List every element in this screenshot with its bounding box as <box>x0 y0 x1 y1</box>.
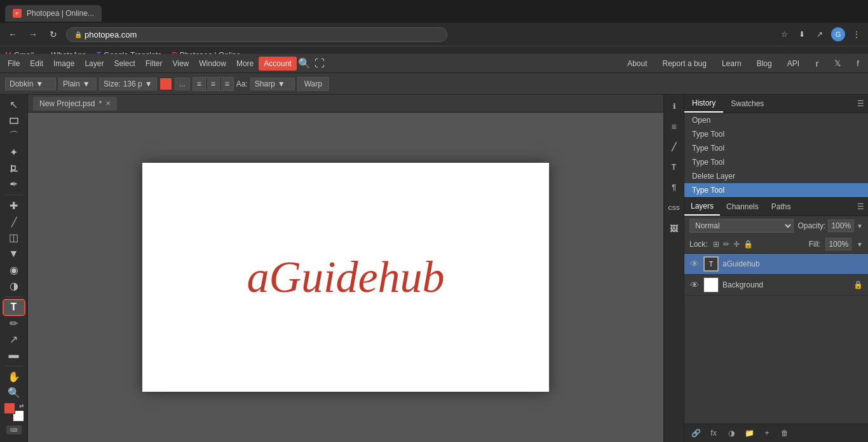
tool-brush[interactable]: ╱ <box>4 214 24 229</box>
forward-button[interactable]: → <box>25 27 41 42</box>
menu-window[interactable]: Window <box>194 57 231 71</box>
swap-colors-icon[interactable]: ⇄ <box>19 403 24 409</box>
canvas-tab[interactable]: New Project.psd * ✕ <box>33 97 117 111</box>
layer-effects-button[interactable]: fx <box>707 427 720 439</box>
history-item-type-3[interactable]: Type Tool <box>684 155 868 169</box>
style-selector[interactable]: Plain ▼ <box>58 78 97 90</box>
layer-item-background[interactable]: 👁 Background 🔒 <box>684 275 868 296</box>
browser-tab[interactable]: P Photopea | Online... <box>5 5 102 22</box>
tool-path-select[interactable]: ↗ <box>4 332 24 347</box>
menu-blog[interactable]: Blog <box>752 57 777 71</box>
tool-dodge[interactable]: ◑ <box>4 279 24 293</box>
fullscreen-icon[interactable]: ⛶ <box>312 56 327 71</box>
tool-pen[interactable]: ✏ <box>4 316 24 331</box>
canvas-text[interactable]: aGuidehub <box>247 252 444 303</box>
layers-tab[interactable]: Layers <box>684 198 720 216</box>
menu-select[interactable]: Select <box>109 57 140 71</box>
fill-value[interactable]: 100% <box>825 238 851 251</box>
ext-menu[interactable]: ⋮ <box>850 28 863 41</box>
size-input[interactable]: Size: 136 p ▼ <box>99 78 157 90</box>
address-bar[interactable]: 🔒 photopea.com <box>66 27 447 42</box>
lock-move-icon[interactable]: ✛ <box>733 240 740 249</box>
sharp-selector[interactable]: Sharp ▼ <box>250 78 295 90</box>
menu-more[interactable]: More <box>231 57 259 71</box>
menu-layer[interactable]: Layer <box>79 57 109 71</box>
opacity-value[interactable]: 100% <box>828 219 854 232</box>
history-item-type-2[interactable]: Type Tool <box>684 141 868 155</box>
fill-dropdown-icon[interactable]: ▼ <box>857 241 863 248</box>
menu-api[interactable]: API <box>782 57 804 71</box>
menu-filter[interactable]: Filter <box>140 57 168 71</box>
lock-pixels-icon[interactable]: ⊞ <box>713 240 719 249</box>
history-item-type-1[interactable]: Type Tool <box>684 127 868 141</box>
layer-link-button[interactable]: 🔗 <box>689 427 702 439</box>
reload-button[interactable]: ↻ <box>46 27 61 42</box>
facebook-icon[interactable]: f <box>850 56 865 71</box>
menu-account[interactable]: Account <box>259 57 296 71</box>
tool-rectangle[interactable]: ▬ <box>4 348 24 363</box>
channels-tab[interactable]: Channels <box>720 198 765 215</box>
tool-lasso[interactable]: ⌒ <box>4 129 24 144</box>
menu-learn[interactable]: Learn <box>717 57 747 71</box>
lock-position-icon[interactable]: ✏ <box>723 240 729 249</box>
tool-select-rect[interactable] <box>4 113 24 128</box>
opacity-dropdown-icon[interactable]: ▼ <box>857 223 863 230</box>
tool-heal[interactable]: ✚ <box>4 198 24 213</box>
font-selector[interactable]: Dobkin ▼ <box>5 78 56 90</box>
layer-visibility-background[interactable]: 👁 <box>689 280 700 290</box>
panel-icon-css[interactable]: CSS <box>665 199 683 217</box>
menu-edit[interactable]: Edit <box>25 57 48 71</box>
reddit-icon[interactable]: r <box>810 56 825 71</box>
tool-hand[interactable]: ✋ <box>4 369 24 384</box>
ext-bookmark[interactable]: ☆ <box>778 28 790 41</box>
menu-report-bug[interactable]: Report a bug <box>658 57 712 71</box>
panel-icon-sliders[interactable]: ≡ <box>665 118 683 135</box>
align-center-button[interactable]: ≡ <box>207 78 220 90</box>
panel-icon-brush[interactable]: ╱ <box>665 138 683 156</box>
tool-magic-wand[interactable]: ✦ <box>4 145 24 160</box>
layer-delete-button[interactable]: 🗑 <box>778 427 791 439</box>
tool-type[interactable]: T <box>4 300 24 315</box>
ext-download[interactable]: ⬇ <box>796 28 808 41</box>
fg-color[interactable] <box>4 403 15 414</box>
blend-mode-select[interactable]: Normal <box>689 219 794 233</box>
history-item-open[interactable]: Open <box>684 113 868 127</box>
back-button[interactable]: ← <box>5 27 20 42</box>
panel-icon-paragraph[interactable]: ¶ <box>665 179 683 197</box>
panel-icon-info[interactable]: ℹ <box>665 97 683 115</box>
align-left-button[interactable]: ≡ <box>193 78 206 90</box>
tool-blur[interactable]: ◉ <box>4 263 24 277</box>
warp-button[interactable]: Warp <box>297 77 329 91</box>
history-item-type-4[interactable]: Type Tool <box>684 183 868 197</box>
layer-item-aguidehub[interactable]: 👁 T aGuidehub <box>684 254 868 275</box>
tool-zoom[interactable]: 🔍 <box>4 385 24 400</box>
tool-paint-bucket[interactable]: ▼ <box>4 247 24 261</box>
align-right-button[interactable]: ≡ <box>221 78 233 90</box>
layers-menu-button[interactable]: ☰ <box>853 199 868 214</box>
menu-file[interactable]: File <box>3 57 25 71</box>
twitter-icon[interactable]: 𝕏 <box>830 56 845 71</box>
history-menu-button[interactable]: ☰ <box>853 96 868 111</box>
search-icon[interactable]: 🔍 <box>297 56 312 71</box>
tool-crop[interactable] <box>4 161 24 176</box>
history-tab[interactable]: History <box>684 95 723 113</box>
menu-image[interactable]: Image <box>48 57 79 71</box>
lock-all-icon[interactable]: 🔒 <box>743 240 753 249</box>
history-item-delete-layer[interactable]: Delete Layer <box>684 169 868 183</box>
canvas-content[interactable]: aGuidehub <box>28 113 663 442</box>
swatches-tab[interactable]: Swatches <box>723 95 771 112</box>
ext-share[interactable]: ↗ <box>813 28 826 41</box>
menu-about[interactable]: About <box>622 57 652 71</box>
canvas-tab-close[interactable]: ✕ <box>105 100 111 107</box>
tool-eraser[interactable]: ◫ <box>4 230 24 245</box>
layer-mask-button[interactable]: ◑ <box>725 427 738 439</box>
layer-visibility-aguidehub[interactable]: 👁 <box>689 259 700 269</box>
paths-tab[interactable]: Paths <box>765 198 797 215</box>
tool-move[interactable]: ↖ <box>4 97 24 112</box>
color-swatch[interactable] <box>159 78 172 90</box>
panel-icon-image[interactable]: 🖼 <box>665 219 683 237</box>
ext-profile[interactable]: G <box>831 27 845 41</box>
layer-group-button[interactable]: 📁 <box>743 427 756 439</box>
tool-eyedropper[interactable]: ✒ <box>4 177 24 191</box>
menu-view[interactable]: View <box>167 57 194 71</box>
